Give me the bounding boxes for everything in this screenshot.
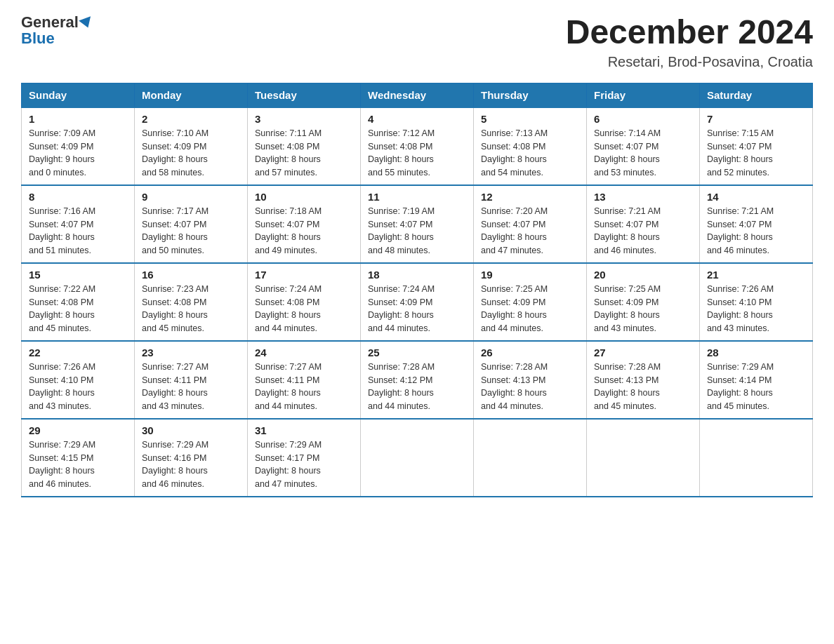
table-row: 13Sunrise: 7:21 AMSunset: 4:07 PMDayligh… [587, 185, 700, 263]
table-row [474, 419, 587, 497]
header-friday: Friday [587, 83, 700, 107]
table-row: 30Sunrise: 7:29 AMSunset: 4:16 PMDayligh… [135, 419, 248, 497]
table-row: 16Sunrise: 7:23 AMSunset: 4:08 PMDayligh… [135, 263, 248, 341]
day-number: 18 [368, 269, 466, 281]
day-info: Sunrise: 7:15 AMSunset: 4:07 PMDaylight:… [707, 127, 805, 180]
table-row: 21Sunrise: 7:26 AMSunset: 4:10 PMDayligh… [700, 263, 813, 341]
table-row: 25Sunrise: 7:28 AMSunset: 4:12 PMDayligh… [361, 341, 474, 419]
table-row [587, 419, 700, 497]
day-number: 28 [707, 347, 805, 358]
day-number: 15 [29, 269, 127, 281]
table-row: 22Sunrise: 7:26 AMSunset: 4:10 PMDayligh… [22, 341, 135, 419]
day-number: 22 [29, 347, 127, 358]
calendar-week-row: 22Sunrise: 7:26 AMSunset: 4:10 PMDayligh… [22, 341, 813, 419]
day-info: Sunrise: 7:29 AMSunset: 4:16 PMDaylight:… [142, 438, 240, 491]
day-info: Sunrise: 7:14 AMSunset: 4:07 PMDaylight:… [594, 127, 692, 180]
day-info: Sunrise: 7:27 AMSunset: 4:11 PMDaylight:… [255, 361, 353, 413]
day-number: 11 [368, 191, 466, 203]
day-number: 5 [481, 113, 579, 125]
day-info: Sunrise: 7:12 AMSunset: 4:08 PMDaylight:… [368, 127, 466, 180]
day-info: Sunrise: 7:16 AMSunset: 4:07 PMDaylight:… [29, 205, 127, 257]
logo: General Blue [21, 14, 93, 48]
day-info: Sunrise: 7:23 AMSunset: 4:08 PMDaylight:… [142, 283, 240, 335]
day-info: Sunrise: 7:26 AMSunset: 4:10 PMDaylight:… [29, 361, 127, 413]
day-number: 1 [29, 113, 127, 125]
table-row: 18Sunrise: 7:24 AMSunset: 4:09 PMDayligh… [361, 263, 474, 341]
day-info: Sunrise: 7:10 AMSunset: 4:09 PMDaylight:… [142, 127, 240, 180]
day-number: 27 [594, 347, 692, 358]
header-tuesday: Tuesday [248, 83, 361, 107]
day-number: 13 [594, 191, 692, 203]
day-info: Sunrise: 7:17 AMSunset: 4:07 PMDaylight:… [142, 205, 240, 257]
day-info: Sunrise: 7:18 AMSunset: 4:07 PMDaylight:… [255, 205, 353, 257]
day-info: Sunrise: 7:29 AMSunset: 4:15 PMDaylight:… [29, 438, 127, 491]
table-row: 23Sunrise: 7:27 AMSunset: 4:11 PMDayligh… [135, 341, 248, 419]
table-row: 1Sunrise: 7:09 AMSunset: 4:09 PMDaylight… [22, 107, 135, 185]
table-row: 14Sunrise: 7:21 AMSunset: 4:07 PMDayligh… [700, 185, 813, 263]
day-number: 20 [594, 269, 692, 281]
day-info: Sunrise: 7:28 AMSunset: 4:12 PMDaylight:… [368, 361, 466, 413]
day-number: 19 [481, 269, 579, 281]
day-number: 23 [142, 347, 240, 358]
header-thursday: Thursday [474, 83, 587, 107]
table-row: 5Sunrise: 7:13 AMSunset: 4:08 PMDaylight… [474, 107, 587, 185]
day-number: 31 [255, 424, 353, 436]
day-info: Sunrise: 7:26 AMSunset: 4:10 PMDaylight:… [707, 283, 805, 335]
table-row: 11Sunrise: 7:19 AMSunset: 4:07 PMDayligh… [361, 185, 474, 263]
table-row: 31Sunrise: 7:29 AMSunset: 4:17 PMDayligh… [248, 419, 361, 497]
header-monday: Monday [135, 83, 248, 107]
table-row: 29Sunrise: 7:29 AMSunset: 4:15 PMDayligh… [22, 419, 135, 497]
day-number: 6 [594, 113, 692, 125]
table-row: 20Sunrise: 7:25 AMSunset: 4:09 PMDayligh… [587, 263, 700, 341]
day-info: Sunrise: 7:25 AMSunset: 4:09 PMDaylight:… [594, 283, 692, 335]
header-wednesday: Wednesday [361, 83, 474, 107]
day-info: Sunrise: 7:20 AMSunset: 4:07 PMDaylight:… [481, 205, 579, 257]
day-number: 24 [255, 347, 353, 358]
logo-line1: General [21, 14, 93, 31]
calendar-table: Sunday Monday Tuesday Wednesday Thursday… [21, 83, 813, 497]
table-row: 4Sunrise: 7:12 AMSunset: 4:08 PMDaylight… [361, 107, 474, 185]
day-info: Sunrise: 7:28 AMSunset: 4:13 PMDaylight:… [481, 361, 579, 413]
day-number: 7 [707, 113, 805, 125]
page-header: General Blue December 2024 Resetari, Bro… [21, 14, 813, 70]
header-sunday: Sunday [22, 83, 135, 107]
day-number: 10 [255, 191, 353, 203]
calendar-week-row: 29Sunrise: 7:29 AMSunset: 4:15 PMDayligh… [22, 419, 813, 497]
day-number: 2 [142, 113, 240, 125]
table-row: 8Sunrise: 7:16 AMSunset: 4:07 PMDaylight… [22, 185, 135, 263]
day-info: Sunrise: 7:24 AMSunset: 4:08 PMDaylight:… [255, 283, 353, 335]
calendar-week-row: 8Sunrise: 7:16 AMSunset: 4:07 PMDaylight… [22, 185, 813, 263]
logo-line2: Blue [21, 29, 55, 48]
day-info: Sunrise: 7:22 AMSunset: 4:08 PMDaylight:… [29, 283, 127, 335]
table-row: 24Sunrise: 7:27 AMSunset: 4:11 PMDayligh… [248, 341, 361, 419]
calendar-week-row: 1Sunrise: 7:09 AMSunset: 4:09 PMDaylight… [22, 107, 813, 185]
day-info: Sunrise: 7:25 AMSunset: 4:09 PMDaylight:… [481, 283, 579, 335]
location-subtitle: Resetari, Brod-Posavina, Croatia [566, 54, 813, 70]
day-info: Sunrise: 7:09 AMSunset: 4:09 PMDaylight:… [29, 127, 127, 180]
day-info: Sunrise: 7:29 AMSunset: 4:14 PMDaylight:… [707, 361, 805, 413]
day-info: Sunrise: 7:21 AMSunset: 4:07 PMDaylight:… [594, 205, 692, 257]
weekday-header-row: Sunday Monday Tuesday Wednesday Thursday… [22, 83, 813, 107]
day-number: 16 [142, 269, 240, 281]
day-number: 3 [255, 113, 353, 125]
calendar-week-row: 15Sunrise: 7:22 AMSunset: 4:08 PMDayligh… [22, 263, 813, 341]
day-number: 17 [255, 269, 353, 281]
day-number: 12 [481, 191, 579, 203]
title-area: December 2024 Resetari, Brod-Posavina, C… [566, 14, 813, 70]
day-number: 29 [29, 424, 127, 436]
table-row: 12Sunrise: 7:20 AMSunset: 4:07 PMDayligh… [474, 185, 587, 263]
day-number: 25 [368, 347, 466, 358]
table-row: 9Sunrise: 7:17 AMSunset: 4:07 PMDaylight… [135, 185, 248, 263]
table-row: 28Sunrise: 7:29 AMSunset: 4:14 PMDayligh… [700, 341, 813, 419]
table-row: 27Sunrise: 7:28 AMSunset: 4:13 PMDayligh… [587, 341, 700, 419]
month-title: December 2024 [566, 14, 813, 51]
table-row [361, 419, 474, 497]
day-number: 30 [142, 424, 240, 436]
day-number: 8 [29, 191, 127, 203]
day-info: Sunrise: 7:21 AMSunset: 4:07 PMDaylight:… [707, 205, 805, 257]
day-info: Sunrise: 7:24 AMSunset: 4:09 PMDaylight:… [368, 283, 466, 335]
table-row: 6Sunrise: 7:14 AMSunset: 4:07 PMDaylight… [587, 107, 700, 185]
table-row: 3Sunrise: 7:11 AMSunset: 4:08 PMDaylight… [248, 107, 361, 185]
day-number: 26 [481, 347, 579, 358]
day-number: 4 [368, 113, 466, 125]
